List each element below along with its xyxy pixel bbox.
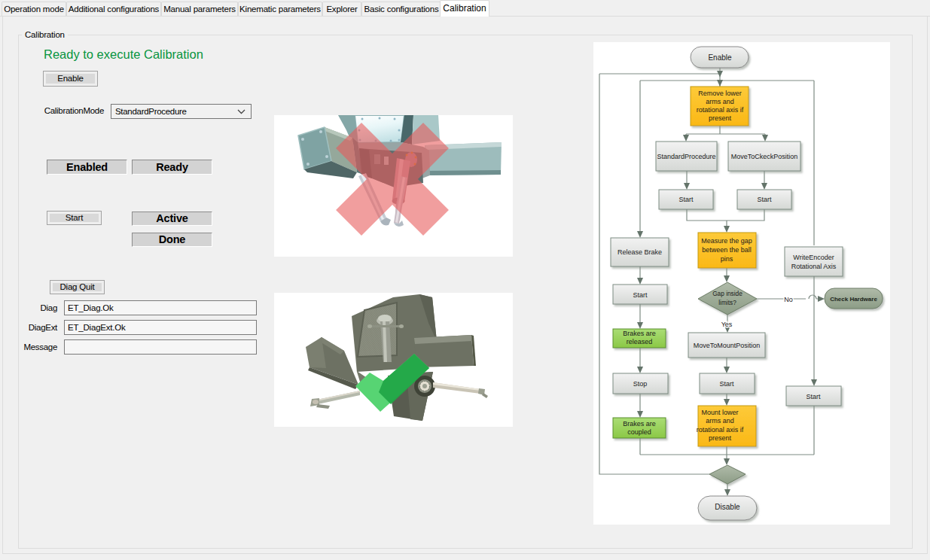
- svg-text:between the ball: between the ball: [702, 246, 752, 254]
- svg-text:MoveToCkeckPosition: MoveToCkeckPosition: [731, 153, 798, 160]
- svg-text:Gap inside: Gap inside: [712, 290, 742, 297]
- svg-text:Check Hardware: Check Hardware: [830, 296, 877, 303]
- svg-text:Brakes are: Brakes are: [623, 420, 656, 428]
- svg-text:Remove lower: Remove lower: [698, 90, 742, 97]
- svg-text:MoveToMountPosition: MoveToMountPosition: [694, 342, 761, 349]
- svg-text:present: present: [709, 114, 732, 122]
- svg-text:Enable: Enable: [708, 53, 732, 62]
- svg-text:No: No: [784, 296, 793, 303]
- svg-text:Yes: Yes: [721, 321, 733, 328]
- svg-text:pins: pins: [721, 255, 733, 263]
- svg-text:coupled: coupled: [627, 428, 651, 436]
- svg-text:present: present: [709, 434, 732, 442]
- svg-text:Start: Start: [633, 291, 648, 299]
- svg-text:rotational axis if: rotational axis if: [697, 106, 744, 114]
- svg-text:limits?: limits?: [718, 299, 736, 306]
- svg-text:Start: Start: [719, 380, 734, 388]
- svg-text:arms and: arms and: [706, 98, 734, 105]
- svg-text:rotational axis if: rotational axis if: [697, 426, 744, 434]
- svg-text:Mount lower: Mount lower: [701, 409, 738, 416]
- svg-text:arms and: arms and: [706, 417, 734, 425]
- svg-text:Start: Start: [757, 196, 772, 203]
- svg-text:Release Brake: Release Brake: [617, 248, 662, 256]
- svg-text:Brakes are: Brakes are: [623, 330, 656, 337]
- svg-text:released: released: [627, 338, 653, 345]
- svg-text:Rotational Axis: Rotational Axis: [791, 263, 837, 270]
- svg-text:Start: Start: [678, 196, 694, 203]
- svg-text:WriteEncoder: WriteEncoder: [793, 254, 834, 261]
- svg-text:Stop: Stop: [633, 380, 648, 388]
- svg-text:Measure the gap: Measure the gap: [701, 237, 752, 245]
- svg-text:StandardProcedure: StandardProcedure: [657, 153, 715, 160]
- svg-text:Start: Start: [806, 393, 821, 400]
- svg-text:Disable: Disable: [715, 503, 740, 511]
